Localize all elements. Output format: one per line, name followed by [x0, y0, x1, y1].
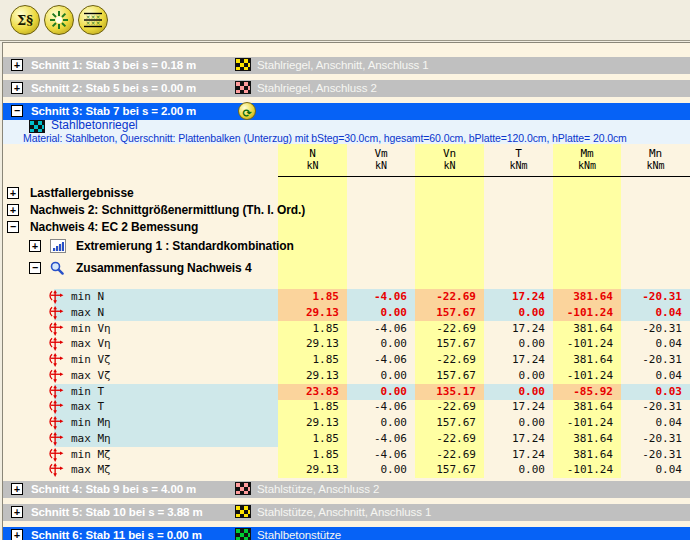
value-cell: 0.04 [621, 462, 690, 478]
tree-item-lastfallergebnisse[interactable]: Lastfallergebnisse [3, 185, 690, 202]
section-label: Schnitt 4: Stab 9 bei s = 4.00 m [31, 481, 196, 498]
section-label: Schnitt 6: Stab 11 bei s = 0.00 m [31, 527, 202, 540]
expand-icon[interactable] [11, 59, 23, 71]
result-row-max-n[interactable]: max N 29.13 0.00 157.67 0.00 -101.24 0.0… [0, 305, 690, 321]
value-cell: 0.00 [484, 336, 553, 352]
value-cell: 381.64 [553, 447, 621, 463]
value-cell: 0.00 [347, 415, 415, 431]
column-unit: kN [347, 160, 415, 171]
section-row-4[interactable]: Schnitt 4: Stab 9 bei s = 4.00 m Stahlst… [3, 481, 690, 498]
value-cell: -20.31 [621, 321, 690, 337]
expand-icon[interactable] [11, 82, 23, 94]
local-axes-icon [47, 400, 65, 414]
value-cell: 1.85 [278, 399, 347, 415]
material-info: Material: Stahlbeton, Querschnitt: Platt… [23, 132, 627, 144]
recalc-recycle-icon[interactable] [238, 102, 256, 120]
expand-icon[interactable] [11, 483, 23, 495]
result-row-min-n[interactable]: min N 1.85 -4.06 -22.69 17.24 381.64 -20… [0, 289, 690, 305]
value-cell: 1.85 [278, 352, 347, 368]
result-row-min-meta[interactable]: min Mη 29.13 0.00 157.67 0.00 -101.24 0.… [0, 415, 690, 431]
collapse-icon[interactable] [7, 221, 19, 233]
value-cell: 0.00 [347, 368, 415, 384]
value-cell: 381.64 [553, 321, 621, 337]
value-cell: 0.04 [621, 336, 690, 352]
expand-icon[interactable] [29, 240, 41, 252]
value-cell: 29.13 [278, 415, 347, 431]
result-row-max-mzeta[interactable]: max Mζ 29.13 0.00 157.67 0.00 -101.24 0.… [0, 462, 690, 478]
value-cell: 17.24 [484, 289, 553, 305]
column-unit: kNm [553, 160, 621, 171]
tree-label: Lastfallergebnisse [30, 185, 134, 202]
tree-item-nachweis-4[interactable]: Nachweis 4: EC 2 Bemessung [3, 219, 690, 236]
section-row-2[interactable]: Schnitt 2: Stab 5 bei s = 0.00 m Stahlri… [3, 80, 690, 97]
local-axes-icon [47, 416, 65, 430]
value-cell: -20.31 [621, 352, 690, 368]
tree-item-nachweis-2[interactable]: Nachweis 2: Schnittgrößenermittlung (Th.… [3, 202, 690, 219]
row-label: min Mη [71, 415, 111, 431]
value-cell: -4.06 [347, 352, 415, 368]
result-row-max-meta[interactable]: max Mη 1.85 -4.06 -22.69 17.24 381.64 -2… [0, 431, 690, 447]
tree-item-zusammenfassung[interactable]: Zusammenfassung Nachweis 4 [3, 260, 690, 277]
section-row-1[interactable]: Schnitt 1: Stab 3 bei s = 0.18 m Stahlri… [3, 57, 690, 74]
value-cell: -22.69 [415, 431, 484, 447]
column-unit: kN [415, 160, 484, 171]
result-row-min-vzeta[interactable]: min Vζ 1.85 -4.06 -22.69 17.24 381.64 -2… [0, 352, 690, 368]
sum-paragraph-button[interactable]: Σ§ [10, 5, 40, 35]
value-cell: -22.69 [415, 447, 484, 463]
xxx-lines-icon [83, 10, 103, 30]
row-label: min Vη [71, 321, 111, 337]
value-cell: 1.85 [278, 431, 347, 447]
value-table-button[interactable] [78, 5, 108, 35]
local-axes-icon [47, 353, 65, 367]
value-cell: -101.24 [553, 336, 621, 352]
section-row-5[interactable]: Schnitt 5: Stab 10 bei s = 3.88 m Stahls… [3, 504, 690, 521]
result-row-max-t[interactable]: max T 1.85 -4.06 -22.69 17.24 381.64 -20… [0, 399, 690, 415]
value-cell: -22.69 [415, 352, 484, 368]
row-label: max Mζ [71, 462, 111, 478]
collapse-icon[interactable] [11, 105, 23, 117]
value-cell: -101.24 [553, 462, 621, 478]
section-row-6-selected[interactable]: Schnitt 6: Stab 11 bei s = 0.00 m Stahlb… [3, 527, 690, 540]
tree-item-extremierung[interactable]: Extremierung 1 : Standardkombination [3, 238, 690, 255]
value-cell: 0.04 [621, 305, 690, 321]
concrete-checker-icon [235, 528, 251, 540]
result-row-min-t[interactable]: min T 23.83 0.00 135.17 0.00 -85.92 0.03 [0, 384, 690, 400]
value-cell: -22.69 [415, 399, 484, 415]
value-cell: 17.24 [484, 447, 553, 463]
column-header: T [484, 147, 553, 160]
result-row-max-vzeta[interactable]: max Vζ 29.13 0.00 157.67 0.00 -101.24 0.… [0, 368, 690, 384]
expand-icon[interactable] [7, 204, 19, 216]
value-cell: 157.67 [415, 368, 484, 384]
value-cell: -22.69 [415, 289, 484, 305]
value-cell: 1.85 [278, 321, 347, 337]
value-cell: 0.03 [621, 384, 690, 400]
value-cell: -85.92 [553, 384, 621, 400]
collapse-icon[interactable] [29, 262, 41, 274]
result-row-min-veta[interactable]: min Vη 1.85 -4.06 -22.69 17.24 381.64 -2… [0, 321, 690, 337]
value-cell: 0.00 [484, 462, 553, 478]
value-cell: 0.00 [484, 384, 553, 400]
row-label: min T [71, 384, 104, 400]
row-label: min Mζ [71, 447, 111, 463]
result-row-min-mzeta[interactable]: min Mζ 1.85 -4.06 -22.69 17.24 381.64 -2… [0, 447, 690, 463]
value-cell: -20.31 [621, 289, 690, 305]
local-axes-icon [47, 385, 65, 399]
section-label: Schnitt 2: Stab 5 bei s = 0.00 m [31, 80, 196, 97]
expand-icon[interactable] [11, 506, 23, 518]
value-cell: 17.24 [484, 352, 553, 368]
steel-checker-icon [235, 505, 251, 518]
result-row-max-veta[interactable]: max Vη 29.13 0.00 157.67 0.00 -101.24 0.… [0, 336, 690, 352]
value-cell: 17.24 [484, 431, 553, 447]
expand-icon[interactable] [11, 529, 23, 540]
column-header: Vm [347, 147, 415, 160]
starburst-button[interactable] [44, 5, 74, 35]
value-cell: -4.06 [347, 431, 415, 447]
row-label: max N [71, 305, 104, 321]
value-cell: 23.83 [278, 384, 347, 400]
value-cell: 0.00 [347, 305, 415, 321]
local-axes-icon [47, 432, 65, 446]
starburst-icon [49, 10, 69, 30]
value-cell: -4.06 [347, 447, 415, 463]
value-cell: 29.13 [278, 305, 347, 321]
expand-icon[interactable] [7, 187, 19, 199]
